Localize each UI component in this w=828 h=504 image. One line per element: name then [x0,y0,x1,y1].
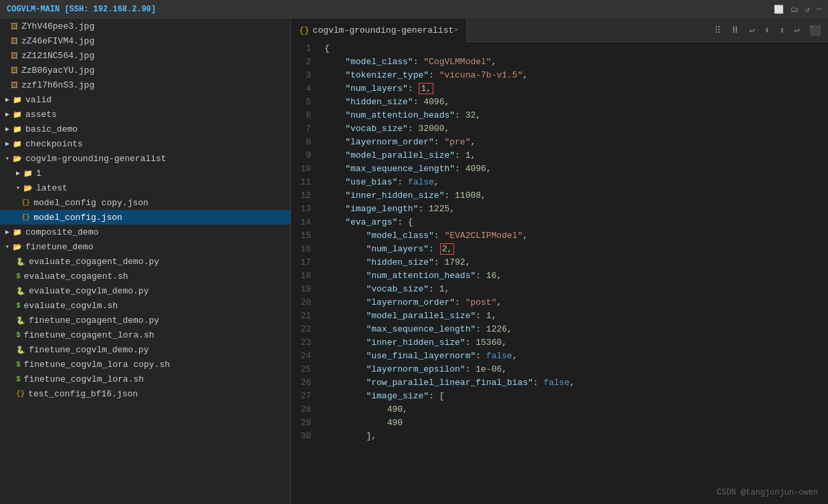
line-number: 9 [291,149,319,162]
file-icon-jpg: 🖼 [11,37,18,45]
rotate-right-icon[interactable]: ↩ [793,23,802,37]
line-content: "model_class": "EVA2CLIPModel", [319,229,528,243]
line-content: "num_layers": 1, [319,82,434,96]
sidebar-item[interactable]: {}model_config.json [0,210,290,225]
pause-icon[interactable]: ⏸ [728,23,742,37]
line-number: 16 [291,243,319,256]
sidebar-item[interactable]: ▶📁1 [0,166,290,180]
line-content: "image_length": 1225, [319,203,455,216]
code-line: 27 "image_size": [ [291,390,828,403]
line-content: "model_parallel_size": 1, [319,149,476,162]
line-number: 20 [291,296,319,309]
editor-tab[interactable]: {} cogvlm-grounding-generalist > [291,19,467,42]
code-lines: 1{2 "model_class": "CogVLMModel",3 "toke… [291,42,828,443]
sidebar-item[interactable]: $finetune_cogagent_lora.sh [0,328,290,342]
sidebar-item[interactable]: 🐍finetune_cogvlm_demo.py [0,342,290,357]
line-number: 26 [291,376,319,390]
file-icon-sh: $ [16,331,21,339]
sidebar-item-label: evaluate_cogvlm.sh [24,301,118,311]
tab-label: cogvlm-grounding-generalist [313,25,454,35]
folder-icon: 📁 [13,228,22,237]
sidebar-item[interactable]: $finetune_cogvlm_lora copy.sh [0,357,290,372]
sidebar-item[interactable]: 🖼ZYhV46pee3.jpg [0,19,290,33]
sidebar-item[interactable]: 🖼zzfl7h6nS3.jpg [0,78,290,92]
code-line: 16 "num_layers": 2, [291,243,828,256]
code-line: 21 "model_parallel_size": 1, [291,309,828,323]
code-line: 15 "model_class": "EVA2CLIPModel", [291,229,828,243]
sidebar: 🖼ZYhV46pee3.jpg🖼zZ46eFIVM4.jpg🖼zZ121NC56… [0,19,291,504]
line-number: 17 [291,256,319,269]
line-content: "use_bias": false, [319,176,439,189]
file-icon-py: 🐍 [16,346,25,354]
sidebar-item[interactable]: ▾📂latest [0,180,290,195]
collapse-icon[interactable]: — [817,5,821,15]
rotate-left-icon[interactable]: ↩ [747,23,756,37]
chevron-right-icon: ▶ [5,228,9,236]
sidebar-item[interactable]: ▾📂cogvlm-grounding-generalist [0,151,290,166]
sidebar-item[interactable]: {}model_config copy.json [0,195,290,210]
file-icon-py: 🐍 [16,287,25,295]
line-number: 6 [291,109,319,122]
file-icon-json: {} [21,213,30,221]
file-icon-jpg: 🖼 [11,66,18,75]
arrow-down-icon[interactable]: ⬇ [762,23,772,37]
sidebar-item-label: finetune_cogvlm_lora.sh [24,374,144,384]
sidebar-item-label: basic_demo [25,124,78,134]
refresh-icon[interactable]: ↺ [805,5,810,15]
chevron-down-icon: ▾ [5,243,9,251]
line-number: 21 [291,309,319,323]
chevron-down-icon: ▾ [16,184,20,192]
chevron-down-icon: ▾ [5,154,9,162]
sidebar-item-label: finetune_cogvlm_lora copy.sh [24,360,170,370]
chevron-right-icon: ▶ [5,125,9,133]
editor-area: {} cogvlm-grounding-generalist > ⠿ ⏸ ↩ ⬇… [291,19,828,504]
line-number: 23 [291,336,319,350]
sidebar-item[interactable]: ▶📁composite_demo [0,225,290,239]
chevron-right-icon: ▶ [5,96,9,104]
square-icon[interactable]: ⬛ [807,23,823,37]
line-content: "num_layers": 2, [319,243,455,256]
folder-icon: 📁 [13,140,22,148]
sidebar-item[interactable]: 🐍finetune_cogagent_demo.py [0,313,290,328]
line-content: "model_class": "CogVLMModel", [319,55,496,69]
sidebar-item[interactable]: ▶📁checkpoints [0,136,290,151]
code-editor[interactable]: 1{2 "model_class": "CogVLMModel",3 "toke… [291,42,828,504]
sidebar-item-label: finetune_cogagent_lora.sh [24,330,154,340]
folder-icon: 📁 [13,110,22,119]
sidebar-item[interactable]: $evaluate_cogagent.sh [0,269,290,283]
sidebar-item[interactable]: $finetune_cogvlm_lora.sh [0,372,290,386]
title-bar: COGVLM-MAIN [SSH: 192.168.2.90] ⬜ 🗂 ↺ — [0,0,828,19]
tab-bar: {} cogvlm-grounding-generalist > ⠿ ⏸ ↩ ⬇… [291,19,828,42]
sidebar-item[interactable]: 🐍evaluate_cogagent_demo.py [0,254,290,269]
sidebar-item[interactable]: ▶📁basic_demo [0,122,290,136]
line-content: "layernorm_order": "pre", [319,136,476,149]
folder-icon: 📁 [13,96,22,104]
line-number: 30 [291,430,319,443]
new-folder-icon[interactable]: 🗂 [791,5,799,15]
line-number: 27 [291,390,319,403]
line-number: 15 [291,229,319,243]
sidebar-item[interactable]: 🖼zZ121NC564.jpg [0,48,290,63]
sidebar-item-label: finetune_demo [25,242,93,252]
grid-icon[interactable]: ⠿ [712,23,723,37]
sidebar-item[interactable]: ▾📂finetune_demo [0,239,290,254]
code-line: 17 "hidden_size": 1792, [291,256,828,269]
sidebar-item[interactable]: {}test_config_bf16.json [0,386,290,401]
code-line: 24 "use_final_layernorm": false, [291,350,828,363]
sidebar-item[interactable]: $evaluate_cogvlm.sh [0,298,290,313]
sidebar-item-label: checkpoints [25,139,83,149]
line-content: "vocab_size": 32000, [319,122,449,136]
code-line: 29 490 [291,416,828,430]
code-line: 14 "eva_args": { [291,216,828,229]
sidebar-item[interactable]: 🖼zZ46eFIVM4.jpg [0,33,290,48]
folder-icon: 📁 [23,169,33,178]
file-icon-sh: $ [16,375,21,383]
sidebar-item[interactable]: 🐍evaluate_cogvlm_demo.py [0,283,290,298]
line-content: "layernorm_order": "post", [319,296,502,309]
arrow-up-icon[interactable]: ⬆ [777,23,787,37]
sidebar-item[interactable]: 🖼ZzB06yacYU.jpg [0,63,290,78]
sidebar-item[interactable]: ▶📁valid [0,92,290,107]
new-file-icon[interactable]: ⬜ [774,5,784,15]
code-line: 12 "inner_hidden_size": 11008, [291,189,828,203]
sidebar-item[interactable]: ▶📁assets [0,107,290,122]
